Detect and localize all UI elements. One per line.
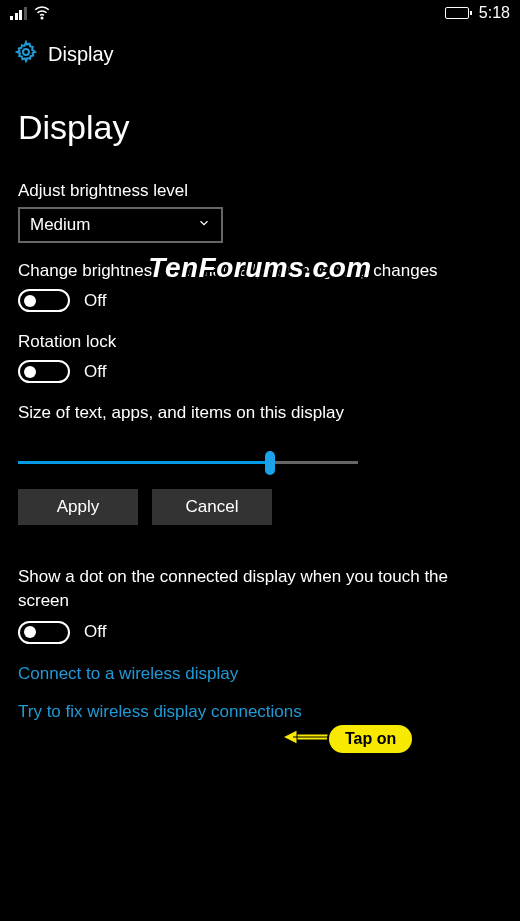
status-bar: 5:18 (0, 0, 520, 26)
svg-point-0 (41, 17, 43, 19)
svg-point-1 (23, 49, 29, 55)
rotation-lock-label: Rotation lock (18, 332, 502, 352)
clock: 5:18 (479, 4, 510, 22)
brightness-dropdown[interactable]: Medium (18, 207, 223, 243)
page-title: Display (18, 108, 502, 147)
brightness-label: Adjust brightness level (18, 181, 502, 201)
show-dot-toggle[interactable] (18, 621, 70, 644)
scaling-label: Size of text, apps, and items on this di… (18, 403, 502, 423)
connect-wireless-link[interactable]: Connect to a wireless display (18, 664, 238, 684)
rotation-lock-state: Off (84, 362, 106, 382)
scaling-slider[interactable] (18, 451, 358, 475)
rotation-lock-toggle[interactable] (18, 360, 70, 383)
annotation-text: Tap on (327, 723, 414, 755)
auto-brightness-toggle[interactable] (18, 289, 70, 312)
auto-brightness-label: Change brightness automatically when lig… (18, 261, 502, 281)
gear-icon (14, 40, 38, 68)
cancel-button[interactable]: Cancel (152, 489, 272, 525)
battery-icon (445, 7, 469, 19)
brightness-value: Medium (30, 215, 90, 235)
cellular-signal-icon (10, 7, 27, 20)
auto-brightness-state: Off (84, 291, 106, 311)
app-header-title: Display (48, 43, 114, 66)
slider-thumb[interactable] (265, 451, 275, 475)
annotation-callout: Tap on (283, 723, 414, 755)
arrow-left-icon (283, 727, 329, 751)
apply-button[interactable]: Apply (18, 489, 138, 525)
app-header: Display (0, 26, 520, 86)
show-dot-label: Show a dot on the connected display when… (18, 565, 502, 613)
show-dot-state: Off (84, 622, 106, 642)
chevron-down-icon (197, 215, 211, 235)
fix-wireless-link[interactable]: Try to fix wireless display connections (18, 702, 302, 722)
wifi-icon (33, 3, 51, 24)
